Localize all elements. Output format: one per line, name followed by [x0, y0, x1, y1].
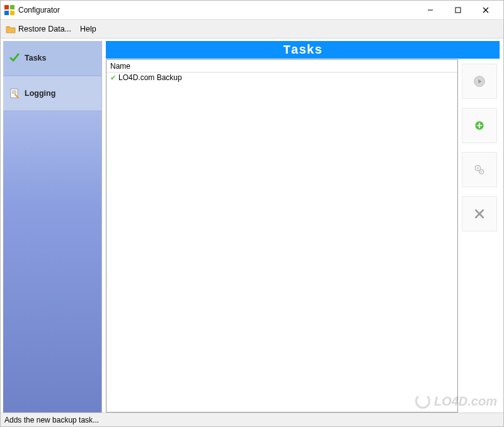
svg-rect-2: [4, 11, 9, 15]
play-icon: [473, 75, 486, 88]
sidebar-item-tasks[interactable]: Tasks: [3, 41, 101, 76]
content-area: Tasks Logging Tasks Name ✔: [1, 38, 503, 412]
check-small-icon: ✔: [110, 74, 116, 82]
status-text: Adds the new backup task...: [4, 416, 99, 424]
minimize-button[interactable]: [416, 1, 444, 20]
window-controls: [416, 1, 500, 20]
list-item-label: LO4D.com Backup: [118, 73, 182, 82]
sidebar: Tasks Logging: [3, 41, 102, 412]
help-menu[interactable]: Help: [80, 25, 96, 33]
svg-point-17: [477, 167, 479, 169]
titlebar: Configurator: [1, 1, 503, 20]
delete-task-button[interactable]: [462, 196, 497, 231]
check-icon: [9, 53, 20, 63]
restore-data-label: Restore Data...: [18, 25, 71, 33]
svg-rect-0: [4, 5, 9, 9]
settings-task-button[interactable]: [462, 152, 497, 187]
task-list[interactable]: Name ✔ LO4D.com Backup: [106, 59, 458, 412]
sidebar-item-logging[interactable]: Logging: [3, 76, 101, 112]
restore-data-menu[interactable]: Restore Data...: [6, 24, 71, 34]
menubar: Restore Data... Help: [1, 20, 503, 38]
run-task-button[interactable]: [462, 64, 497, 99]
folder-icon: [6, 24, 16, 34]
gears-icon: [473, 163, 486, 176]
add-icon: [473, 119, 486, 132]
main-panel: Tasks Name ✔ LO4D.com Backup: [106, 41, 500, 412]
svg-point-19: [481, 171, 482, 172]
help-label: Help: [80, 25, 96, 33]
sidebar-item-label: Tasks: [25, 54, 47, 62]
close-icon: [473, 208, 486, 220]
close-button[interactable]: [472, 1, 500, 20]
app-icon: [4, 5, 14, 15]
maximize-button[interactable]: [444, 1, 472, 20]
svg-rect-1: [10, 5, 14, 9]
statusbar: Adds the new backup task...: [1, 412, 503, 426]
svg-rect-3: [10, 11, 14, 15]
add-task-button[interactable]: [462, 108, 497, 143]
main-body: Name ✔ LO4D.com Backup: [106, 59, 500, 412]
panel-title: Tasks: [106, 41, 500, 59]
list-item[interactable]: ✔ LO4D.com Backup: [106, 73, 457, 83]
svg-rect-5: [455, 8, 461, 13]
action-column: [462, 59, 500, 412]
column-header-name[interactable]: Name: [106, 60, 457, 73]
document-icon: [9, 88, 20, 98]
sidebar-item-label: Logging: [25, 89, 55, 98]
app-window: Configurator Restore Data... Help: [0, 0, 504, 427]
window-title: Configurator: [18, 6, 60, 15]
